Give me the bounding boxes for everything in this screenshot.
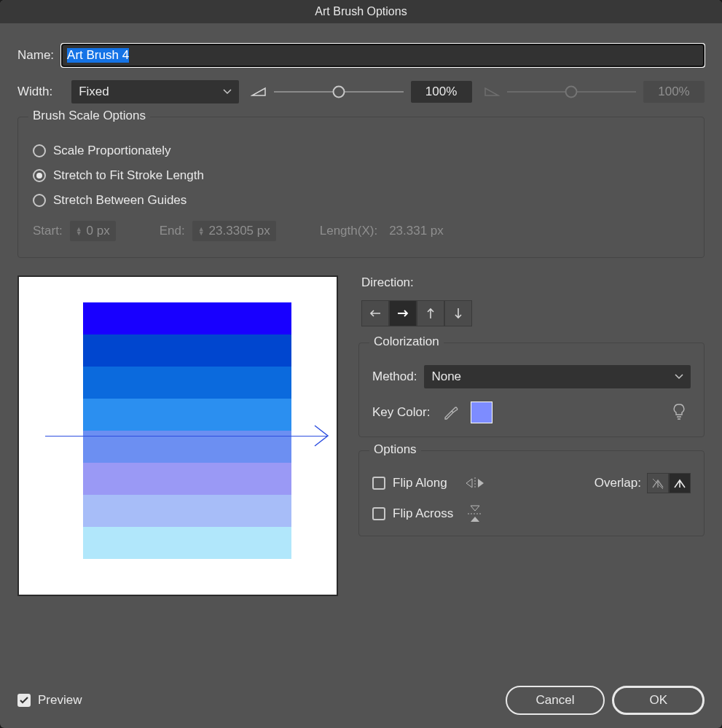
flip-across-row: Flip Across <box>372 505 691 522</box>
name-row: Name: <box>17 44 705 67</box>
method-select[interactable]: None <box>424 365 691 388</box>
direction-label: Direction: <box>361 275 705 290</box>
direction-left-button[interactable] <box>361 300 389 326</box>
preview-swatch <box>83 302 291 334</box>
options-legend: Options <box>369 442 421 457</box>
overlap-join-icon <box>673 477 686 489</box>
flip-across-checkbox[interactable] <box>372 507 385 520</box>
length-value: 23.331 px <box>389 224 444 238</box>
preview-swatches <box>83 302 291 559</box>
lower-section: Direction: Colorization Method: None <box>17 275 705 676</box>
key-color-label: Key Color: <box>372 405 430 420</box>
brush-scale-legend: Brush Scale Options <box>28 109 150 123</box>
start-label: Start: <box>33 224 63 238</box>
width-value-2: 100% <box>643 81 705 103</box>
flip-along-icon <box>465 474 485 492</box>
name-input[interactable] <box>61 44 705 67</box>
end-value: 23.3305 px <box>209 224 270 238</box>
radio-icon <box>33 144 46 157</box>
length-label: Length(X): <box>320 224 377 238</box>
overlap-none-button[interactable] <box>647 473 669 493</box>
guides-values-row: Start: ▲▼ 0 px End: ▲▼ 23.3305 px Length… <box>33 221 689 241</box>
width-slider-1-group: 100% <box>251 81 471 103</box>
spin-arrows-icon: ▲▼ <box>198 227 205 235</box>
taper-left-icon <box>251 85 267 99</box>
arrow-down-icon <box>454 308 463 319</box>
name-label: Name: <box>17 48 54 63</box>
flip-along-checkbox[interactable] <box>372 477 385 490</box>
width-select-value: Fixed <box>71 80 239 103</box>
ok-button[interactable]: OK <box>612 686 705 715</box>
dialog-footer: Preview Cancel OK <box>17 676 705 715</box>
taper-right-icon <box>484 85 500 99</box>
preview-swatch <box>83 334 291 367</box>
end-spinbox: ▲▼ 23.3305 px <box>192 221 276 241</box>
start-spinbox: ▲▼ 0 px <box>70 221 116 241</box>
cancel-button[interactable]: Cancel <box>506 686 605 715</box>
colorization-legend: Colorization <box>369 334 444 349</box>
preview-swatch <box>83 367 291 399</box>
preview-label: Preview <box>38 693 82 708</box>
radio-label: Stretch Between Guides <box>53 193 187 208</box>
arrow-right-icon <box>313 424 332 447</box>
overlap-label: Overlap: <box>595 476 641 490</box>
dialog-title: Art Brush Options <box>0 0 722 23</box>
preview-swatch <box>83 527 291 559</box>
method-label: Method: <box>372 369 417 384</box>
lightbulb-icon <box>672 403 686 420</box>
scale-proportionately-radio[interactable]: Scale Proportionately <box>33 144 689 158</box>
tips-button[interactable] <box>672 403 691 422</box>
options-section: Options Flip Along Overlap: <box>358 450 705 536</box>
right-column: Direction: Colorization Method: None <box>358 275 705 676</box>
direction-up-button[interactable] <box>417 300 444 326</box>
direction-arrow-line <box>45 436 328 437</box>
preview-swatch <box>83 495 291 527</box>
preview-swatch <box>83 463 291 495</box>
width-select[interactable]: Fixed <box>71 80 239 103</box>
start-value: 0 px <box>87 224 110 238</box>
radio-icon <box>33 194 46 207</box>
overlap-join-button[interactable] <box>669 473 691 493</box>
spin-arrows-icon: ▲▼ <box>76 227 82 235</box>
radio-icon <box>33 169 46 182</box>
preview-swatch <box>83 399 291 431</box>
direction-down-button[interactable] <box>444 300 472 326</box>
direction-right-button[interactable] <box>389 300 417 326</box>
direction-buttons <box>361 300 705 326</box>
dialog-content: Name: Width: Fixed 100% <box>0 23 722 728</box>
radio-label: Scale Proportionately <box>53 144 171 158</box>
brush-scale-fieldset: Brush Scale Options Scale Proportionatel… <box>17 117 705 258</box>
width-slider-2 <box>507 85 636 99</box>
flip-across-label: Flip Across <box>393 506 453 521</box>
arrow-up-icon <box>426 308 435 319</box>
width-slider-1[interactable] <box>274 85 403 99</box>
flip-along-row: Flip Along Overlap: <box>372 473 691 493</box>
brush-preview <box>17 275 338 596</box>
eyedropper-button[interactable] <box>440 402 460 423</box>
colorization-section: Colorization Method: None Key Color: <box>358 343 705 437</box>
arrow-right-icon <box>397 309 409 318</box>
key-color-swatch[interactable] <box>471 402 493 423</box>
overlap-group: Overlap: <box>595 473 691 493</box>
key-color-row: Key Color: <box>372 402 691 423</box>
eyedropper-icon <box>442 404 458 420</box>
width-row: Width: Fixed 100% 100% <box>17 80 705 103</box>
stretch-guides-radio[interactable]: Stretch Between Guides <box>33 193 689 208</box>
method-row: Method: None <box>372 365 691 388</box>
stretch-fit-radio[interactable]: Stretch to Fit Stroke Length <box>33 168 689 183</box>
method-value: None <box>424 365 691 388</box>
overlap-none-icon <box>651 477 664 489</box>
flip-along-label: Flip Along <box>393 476 447 490</box>
flip-across-icon <box>465 505 485 522</box>
direction-section: Direction: <box>358 275 705 326</box>
art-brush-options-dialog: Art Brush Options Name: Width: Fixed 100… <box>0 0 722 728</box>
preview-checkbox[interactable] <box>17 694 31 707</box>
arrow-left-icon <box>369 309 381 318</box>
width-value-1[interactable]: 100% <box>411 81 472 103</box>
width-label: Width: <box>17 85 52 99</box>
radio-label: Stretch to Fit Stroke Length <box>53 168 204 183</box>
width-slider-2-group: 100% <box>484 81 705 103</box>
end-label: End: <box>160 224 185 238</box>
